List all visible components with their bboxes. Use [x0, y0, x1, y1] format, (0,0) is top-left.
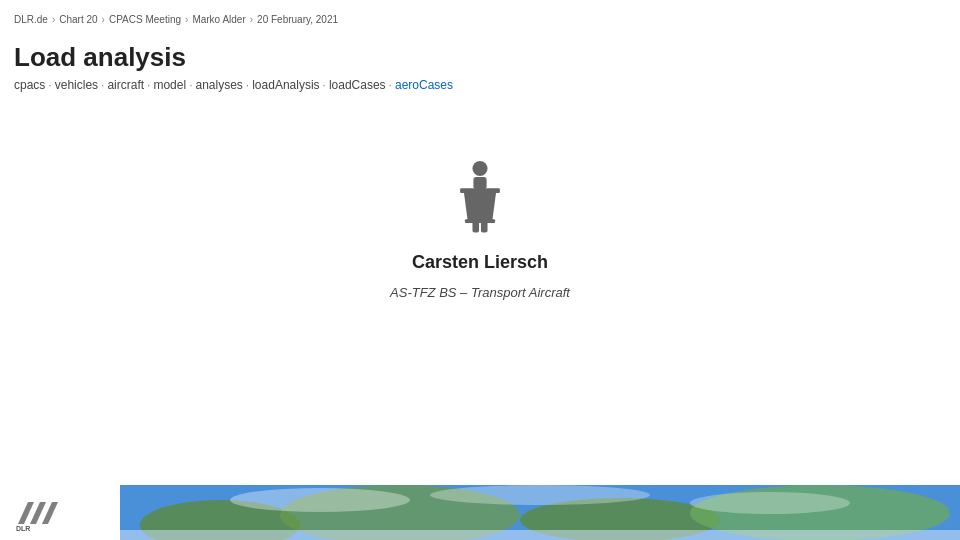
breadcrumb-meeting: CPACS Meeting [109, 14, 181, 25]
path-aircraft: aircraft [107, 78, 144, 92]
svg-rect-3 [465, 219, 495, 223]
breadcrumb-sep-2: › [102, 14, 105, 25]
subtitle-path: cpacs · vehicles · aircraft · model · an… [14, 78, 453, 92]
earth-image [120, 485, 960, 540]
dlr-logo: DLR [14, 494, 66, 532]
svg-marker-2 [464, 193, 496, 221]
svg-rect-5 [460, 189, 471, 193]
page-title: Load analysis [14, 42, 186, 73]
svg-point-0 [472, 161, 487, 176]
path-aerocases: aeroCases [395, 78, 453, 92]
svg-rect-4 [473, 177, 486, 189]
center-content: Carsten Liersch AS-TFZ BS – Transport Ai… [0, 160, 960, 300]
breadcrumb-sep-4: › [250, 14, 253, 25]
breadcrumb: DLR.de › Chart 20 › CPACS Meeting › Mark… [14, 14, 338, 25]
breadcrumb-dlr: DLR.de [14, 14, 48, 25]
presenter-role: AS-TFZ BS – Transport Aircraft [390, 285, 570, 300]
svg-point-19 [230, 488, 410, 512]
svg-point-20 [430, 485, 650, 505]
path-vehicles: vehicles [55, 78, 98, 92]
path-model: model [153, 78, 186, 92]
path-analyses: analyses [195, 78, 242, 92]
svg-rect-22 [120, 530, 960, 540]
path-loadcases: loadCases [329, 78, 386, 92]
presenter-name: Carsten Liersch [412, 252, 548, 273]
breadcrumb-chart: Chart 20 [59, 14, 97, 25]
svg-text:DLR: DLR [16, 525, 30, 532]
path-loadanalysis: loadAnalysis [252, 78, 319, 92]
speaker-icon [445, 160, 515, 240]
svg-rect-7 [472, 221, 479, 232]
bottom-strip: DLR [0, 485, 960, 540]
svg-rect-6 [488, 189, 499, 193]
path-cpacs: cpacs [14, 78, 45, 92]
earth-svg [120, 485, 960, 540]
breadcrumb-sep-3: › [185, 14, 188, 25]
breadcrumb-author: Marko Alder [192, 14, 245, 25]
dlr-logo-svg: DLR [14, 494, 66, 532]
breadcrumb-date: 20 February, 2021 [257, 14, 338, 25]
svg-rect-8 [481, 221, 488, 232]
svg-point-21 [690, 492, 850, 514]
breadcrumb-sep-1: › [52, 14, 55, 25]
